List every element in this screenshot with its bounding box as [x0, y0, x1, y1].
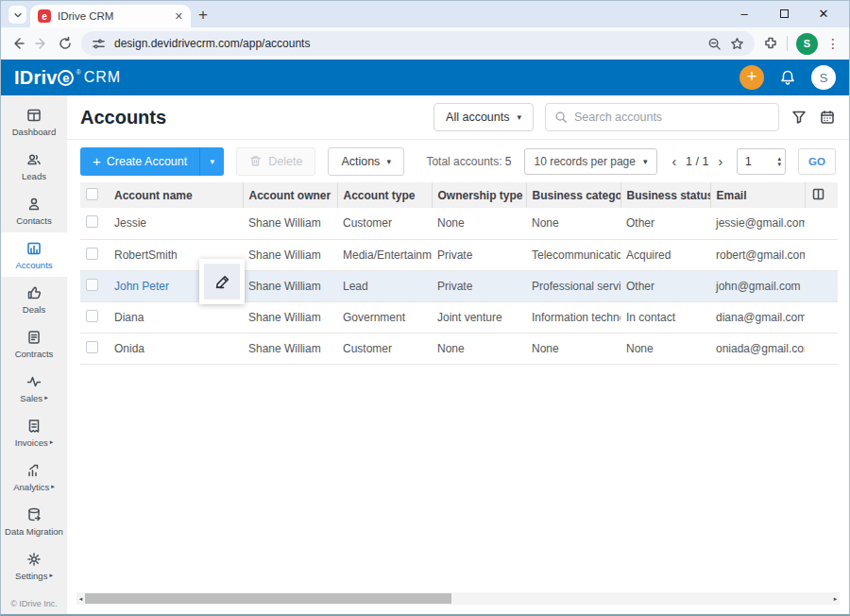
cell-email: john@gmail.com — [710, 270, 805, 301]
table-row[interactable]: Jessie Shane William Customer None None … — [80, 208, 838, 239]
create-account-dropdown[interactable]: ▾ — [199, 147, 224, 176]
row-checkbox[interactable] — [86, 248, 98, 260]
sidebar-item-label: Data Migration — [5, 526, 63, 537]
sidebar-item-contacts[interactable]: Contacts — [1, 188, 67, 232]
column-header-ownership-type[interactable]: Ownership type — [432, 182, 526, 208]
sidebar-item-invoices[interactable]: Invoices▸ — [1, 410, 67, 454]
sidebar-item-analytics[interactable]: Analytics▸ — [1, 454, 67, 499]
view-selector-dropdown[interactable]: All accounts ▾ — [434, 103, 534, 131]
data-migration-icon — [26, 506, 42, 523]
scrollbar-track[interactable] — [85, 593, 831, 604]
tab-list-dropdown-button[interactable] — [8, 6, 26, 24]
column-header-email[interactable]: Email — [710, 182, 805, 208]
sidebar-item-label: Settings▸ — [15, 571, 53, 581]
edit-row-button[interactable] — [199, 259, 245, 304]
sidebar-item-dashboard[interactable]: Dashboard — [1, 99, 67, 144]
select-all-checkbox[interactable] — [86, 188, 98, 200]
sidebar-item-contracts[interactable]: Contracts — [1, 321, 67, 366]
sidebar-item-label: Contracts — [15, 349, 54, 359]
sidebar-item-deals[interactable]: Deals — [1, 277, 67, 321]
cell-ownership-type: Private — [432, 270, 526, 301]
window-maximize-button[interactable] — [764, 1, 804, 26]
browser-menu-icon[interactable]: ⋮ — [826, 36, 840, 51]
invoices-icon — [26, 418, 42, 435]
site-settings-icon[interactable] — [92, 37, 106, 51]
sidebar-item-label: Invoices▸ — [15, 437, 53, 448]
page-stepper[interactable]: ▴ ▾ — [778, 156, 782, 167]
previous-page-icon[interactable]: ‹ — [670, 154, 678, 169]
window-close-button[interactable]: ✕ — [804, 1, 843, 26]
idrive-crm-logo: IDriv e ® CRM — [14, 67, 121, 89]
cell-business-status: Other — [620, 270, 710, 301]
filter-funnel-icon[interactable] — [790, 109, 808, 126]
url-bar[interactable]: design.devidrivecrm.com/app/accounts — [81, 31, 755, 56]
user-avatar[interactable]: S — [811, 65, 836, 90]
browser-navbar: design.devidrivecrm.com/app/accounts S ⋮ — [1, 27, 849, 60]
records-per-page-label: 10 records per page — [535, 155, 636, 168]
sidebar-item-data-migration[interactable]: Data Migration — [1, 499, 67, 543]
go-button[interactable]: GO — [798, 148, 836, 175]
next-page-icon[interactable]: › — [716, 154, 724, 169]
table-row[interactable]: RobertSmith Shane William Media/Entertai… — [80, 239, 838, 270]
edit-pencil-icon — [213, 273, 231, 291]
search-icon — [554, 111, 568, 124]
extensions-icon[interactable] — [763, 36, 778, 51]
horizontal-scrollbar[interactable]: ◂ ▸ — [76, 592, 840, 605]
scroll-left-icon[interactable]: ◂ — [76, 595, 85, 603]
zoom-out-icon[interactable] — [707, 37, 722, 51]
column-settings-icon[interactable] — [811, 187, 825, 201]
table-row[interactable]: Onida Shane William Customer None None N… — [80, 333, 838, 364]
row-checkbox[interactable] — [86, 341, 98, 353]
column-header-business-status[interactable]: Business status — [620, 182, 710, 208]
records-per-page-dropdown[interactable]: 10 records per page ▾ — [524, 148, 658, 175]
column-header-business-category[interactable]: Business category — [526, 182, 620, 208]
sidebar-item-settings[interactable]: Settings▸ — [1, 543, 67, 588]
browser-tab[interactable]: e IDrive CRM ✕ — [30, 5, 191, 27]
row-checkbox[interactable] — [86, 279, 98, 291]
goto-page-field[interactable]: ▴ ▾ — [737, 148, 786, 175]
sidebar-item-sales[interactable]: Sales▸ — [1, 366, 67, 410]
cell-ownership-type: Private — [432, 239, 526, 270]
sidebar-item-leads[interactable]: Leads — [1, 144, 67, 188]
window-minimize-button[interactable]: – — [724, 1, 764, 26]
create-account-button[interactable]: + Create Account — [80, 147, 199, 176]
column-header-account-owner[interactable]: Account owner — [243, 182, 337, 208]
quick-create-button[interactable]: + — [740, 65, 764, 90]
bookmark-star-icon[interactable] — [730, 37, 744, 51]
table-row-hovered[interactable]: John Peter Shane William Lead Private Pr… — [80, 270, 838, 301]
scroll-right-icon[interactable]: ▸ — [831, 595, 840, 603]
stepper-down-icon[interactable]: ▾ — [778, 162, 782, 167]
account-name-link[interactable]: John Peter — [114, 280, 169, 293]
tab-close-icon[interactable]: ✕ — [175, 10, 183, 23]
notifications-bell-icon[interactable] — [779, 69, 796, 86]
table-row[interactable]: Diana Shane William Government Joint ven… — [80, 301, 838, 333]
column-header-account-type[interactable]: Account type — [337, 182, 432, 208]
cell-email: oniada@gmail.com — [710, 333, 805, 364]
column-header-account-name[interactable]: Account name — [109, 182, 243, 208]
calendar-view-icon[interactable] — [819, 109, 836, 126]
cell-account-owner: Shane William — [243, 239, 337, 270]
contracts-icon — [26, 329, 42, 346]
browser-profile-avatar[interactable]: S — [796, 33, 818, 55]
sidebar-item-accounts[interactable]: Accounts — [1, 232, 67, 277]
cell-ownership-type: Joint venture — [432, 301, 526, 333]
create-account-split-button: + Create Account ▾ — [80, 147, 224, 176]
navbar-divider — [787, 36, 788, 51]
actions-dropdown-button[interactable]: Actions ▾ — [328, 147, 404, 176]
row-checkbox[interactable] — [86, 215, 98, 228]
cell-business-status: None — [620, 333, 710, 364]
new-tab-button[interactable]: + — [198, 6, 208, 25]
caret-down-icon: ▾ — [517, 112, 521, 122]
url-text: design.devidrivecrm.com/app/accounts — [114, 37, 699, 50]
search-box[interactable] — [545, 103, 779, 131]
delete-button[interactable]: Delete — [236, 147, 315, 176]
forward-icon[interactable] — [34, 36, 49, 51]
registered-mark: ® — [76, 69, 80, 76]
row-checkbox[interactable] — [86, 310, 98, 322]
caret-down-icon: ▾ — [643, 157, 648, 166]
back-icon[interactable] — [10, 36, 26, 51]
search-input[interactable] — [574, 111, 770, 124]
page-number-input[interactable] — [745, 155, 762, 168]
reload-icon[interactable] — [58, 36, 73, 51]
scrollbar-thumb[interactable] — [85, 593, 451, 604]
